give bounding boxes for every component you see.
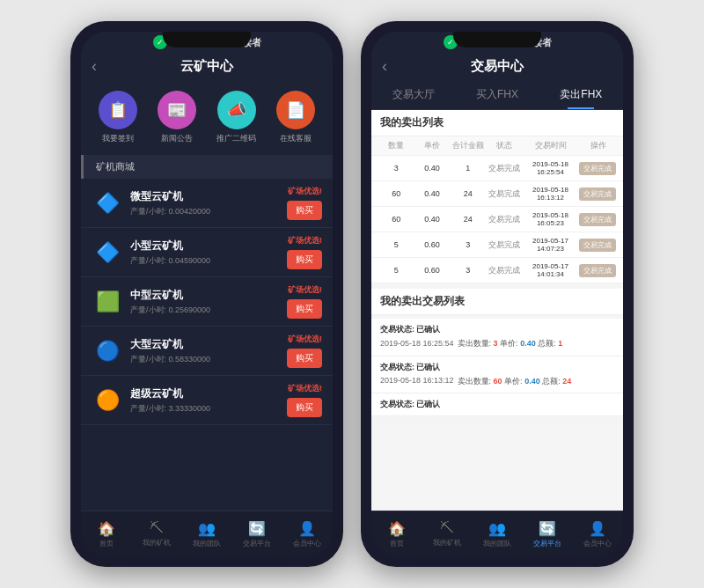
- miner-name-0: 微型云矿机: [130, 189, 280, 204]
- col-time: 交易时间: [523, 140, 580, 151]
- cell-status-1: 交易完成: [486, 188, 522, 200]
- miner-icon-3: 🔵: [92, 335, 123, 367]
- cell-qty-1: 60: [378, 189, 414, 198]
- page-title-right: 交易中心: [385, 58, 609, 75]
- miner-price-1: 矿场优选! 购买: [287, 235, 322, 269]
- cell-total-3: 3: [450, 240, 486, 249]
- cell-time-3: 2019-05-17 14:07:23: [522, 237, 579, 253]
- miner-info-3: 大型云矿机 产量/小时: 0.58330000: [130, 337, 280, 365]
- buy-button-1[interactable]: 购买: [287, 250, 322, 269]
- trade-status-0: 交易状态: 已确认: [380, 324, 614, 335]
- nav-home-right[interactable]: 🏠 首页: [371, 520, 422, 548]
- miner-prod-3: 产量/小时: 0.58330000: [130, 354, 280, 365]
- miner-section-header: 矿机商城: [81, 155, 333, 179]
- nav-team-left[interactable]: 👥 我的团队: [181, 520, 231, 548]
- bottom-nav-left: 🏠 首页 ⛏ 我的矿机 👥 我的团队 🔄 交易平台 👤 会员中心: [81, 511, 333, 556]
- cell-status-0: 交易完成: [486, 163, 522, 174]
- miner-icon-0: 🔷: [92, 187, 123, 219]
- trade-price-0: 0.40: [520, 339, 536, 348]
- buy-button-2[interactable]: 购买: [287, 299, 322, 319]
- buy-button-0[interactable]: 购买: [287, 201, 322, 220]
- miner-name-1: 小型云矿机: [130, 239, 280, 254]
- tab-trade-hall[interactable]: 交易大厅: [371, 80, 455, 109]
- action-btn-3[interactable]: 交易完成: [579, 239, 616, 252]
- icons-row: 📋 我要签到 📰 新闻公告 📣 推广二维码 📄 在线客服: [81, 80, 333, 155]
- icon-service[interactable]: 📄 在线客服: [276, 91, 315, 144]
- nav-home-left[interactable]: 🏠 首页: [81, 520, 131, 548]
- miner-info-1: 小型云矿机 产量/小时: 0.04590000: [130, 239, 280, 267]
- miner-prod-4: 产量/小时: 3.33330000: [130, 403, 280, 415]
- member-icon-left: 👤: [298, 520, 316, 537]
- miner-section-label: 矿机商城: [96, 161, 135, 172]
- miner-price-3: 矿场优选! 购买: [287, 334, 322, 368]
- page-header-left: ‹ 云矿中心: [81, 53, 333, 80]
- trade-status-2: 交易状态: 已确认: [380, 399, 614, 410]
- member-icon-right: 👤: [589, 520, 606, 537]
- nav-miner-left[interactable]: ⛏ 我的矿机: [131, 520, 181, 548]
- nav-member-label-right: 会员中心: [583, 539, 612, 548]
- right-phone: ✓ 微信公众号 乙帅读者 ‹ 交易中心 交易大厅 买入FHX 卖出FHX 我的卖…: [361, 21, 634, 567]
- news-icon: 📰: [158, 91, 196, 129]
- nav-team-right[interactable]: 👥 我的团队: [472, 520, 522, 548]
- nav-trade-right[interactable]: 🔄 交易平台: [523, 520, 573, 548]
- tab-sell-fhx[interactable]: 卖出FHX: [539, 80, 623, 109]
- tab-buy-fhx[interactable]: 买入FHX: [455, 80, 539, 109]
- back-arrow-right[interactable]: ‹: [382, 57, 387, 76]
- team-icon-right: 👥: [488, 520, 506, 537]
- nav-home-label-left: 首页: [99, 539, 114, 548]
- col-total: 合计金额: [451, 140, 487, 151]
- qr-icon: 📣: [217, 91, 256, 129]
- trade-qty-0: 3: [494, 339, 498, 348]
- sign-icon: 📋: [99, 91, 137, 129]
- icon-sign[interactable]: 📋 我要签到: [99, 91, 137, 144]
- nav-miner-label-right: 我的矿机: [433, 538, 461, 548]
- trade-price-1: 0.40: [524, 377, 540, 386]
- cell-time-1: 2019-05-18 16:13:12: [522, 186, 579, 202]
- cell-time-2: 2019-05-18 16:05:23: [522, 211, 579, 227]
- nav-member-left[interactable]: 👤 会员中心: [282, 520, 333, 548]
- trade-detail-0: 卖出数量: 3 单价: 0.40 总额: 1: [458, 338, 563, 350]
- miner-price-text-0: 矿场优选!: [288, 186, 322, 197]
- trade-total-0: 1: [558, 339, 562, 348]
- news-label: 新闻公告: [161, 133, 193, 144]
- buy-button-4[interactable]: 购买: [287, 398, 322, 417]
- trade-icon-right: 🔄: [539, 520, 556, 537]
- miner-info-2: 中型云矿机 产量/小时: 0.25690000: [130, 288, 280, 316]
- cell-qty-0: 3: [378, 164, 414, 173]
- trade-date-1: 2019-05-18 16:13:12: [380, 376, 454, 385]
- sign-label: 我要签到: [102, 133, 134, 144]
- table-row: 5 0.60 3 交易完成 2019-05-17 14:01:34 交易完成: [371, 258, 623, 283]
- trade-icon-left: 🔄: [248, 520, 266, 537]
- sell-trade-section: 交易状态: 已确认 2019-05-18 16:25:54 卖出数量: 3 单价…: [371, 319, 623, 416]
- cell-status-4: 交易完成: [486, 265, 522, 276]
- nav-member-right[interactable]: 👤 会员中心: [573, 520, 623, 548]
- buy-button-3[interactable]: 购买: [287, 349, 322, 368]
- nav-trade-left[interactable]: 🔄 交易平台: [232, 520, 282, 548]
- col-status: 状态: [487, 140, 523, 151]
- qr-label: 推广二维码: [216, 133, 256, 144]
- nav-miner-right[interactable]: ⛏ 我的矿机: [422, 520, 472, 548]
- nav-team-label-right: 我的团队: [483, 539, 511, 548]
- cell-qty-3: 5: [378, 240, 414, 249]
- action-btn-1[interactable]: 交易完成: [579, 187, 616, 201]
- miner-price-text-4: 矿场优选!: [288, 383, 322, 394]
- table-row: 5 0.60 3 交易完成 2019-05-17 14:07:23 交易完成: [371, 232, 623, 258]
- miner-price-text-1: 矿场优选!: [288, 235, 322, 246]
- page-header-right: ‹ 交易中心: [371, 53, 623, 80]
- col-price: 单价: [414, 140, 451, 151]
- cell-total-0: 1: [450, 164, 486, 173]
- action-btn-4[interactable]: 交易完成: [579, 264, 616, 277]
- cell-price-3: 0.60: [414, 240, 451, 249]
- action-btn-2[interactable]: 交易完成: [579, 213, 616, 226]
- cell-time-0: 2019-05-18 16:25:54: [522, 160, 579, 176]
- icon-news[interactable]: 📰 新闻公告: [158, 91, 196, 144]
- home-icon-right: 🏠: [388, 520, 406, 537]
- screen-content-left: 📋 我要签到 📰 新闻公告 📣 推广二维码 📄 在线客服 矿机商城: [81, 80, 333, 556]
- action-btn-0[interactable]: 交易完成: [579, 162, 616, 175]
- back-arrow-left[interactable]: ‹: [92, 57, 97, 76]
- cell-qty-2: 60: [378, 215, 414, 224]
- list-item: 交易状态: 已确认: [371, 393, 623, 416]
- icon-qr[interactable]: 📣 推广二维码: [216, 91, 256, 144]
- cell-status-3: 交易完成: [486, 239, 522, 251]
- miner-name-3: 大型云矿机: [130, 337, 280, 352]
